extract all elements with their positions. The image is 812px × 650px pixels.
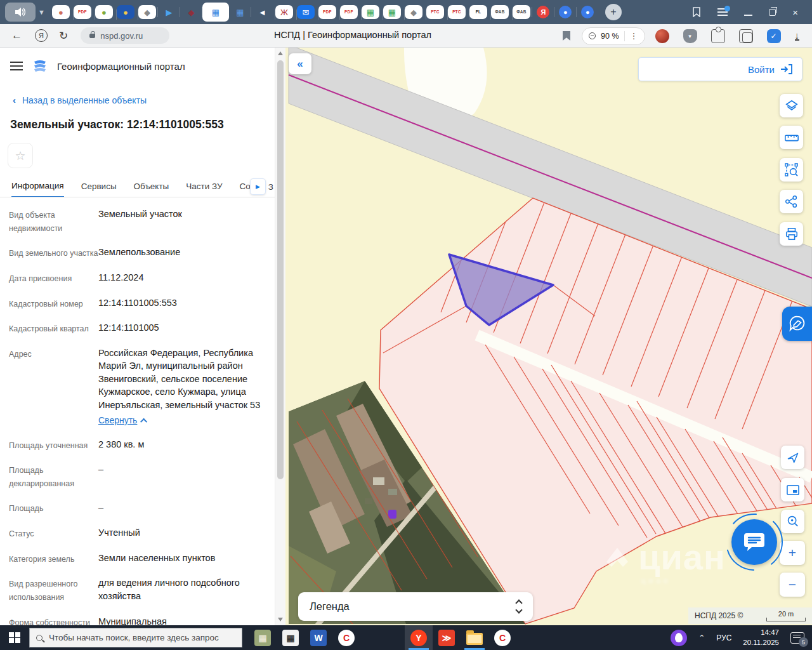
bookmarks-panel-icon[interactable] [692,7,701,17]
yandex-home-icon[interactable]: Я [35,29,48,42]
taskbar-app-yandex-browser[interactable]: Y [405,625,433,650]
browser-tab-map-green-1[interactable]: ▦ [362,5,379,19]
zoom-out-button[interactable]: − [780,573,805,597]
language-indicator[interactable]: РУС [716,633,731,642]
panel-scrollbar[interactable] [275,48,285,625]
new-tab-button[interactable]: + [605,4,622,20]
taskbar-search-input[interactable]: Чтобы начать поиск, введите здесь запрос [29,628,242,647]
field-value: 2 380 кв. м [98,438,266,453]
address-collapse-link[interactable]: Свернуть [98,415,147,427]
browser-tab-rts-2[interactable]: РТС [448,5,466,19]
browser-tab-pdf-1[interactable]: PDF [74,5,91,19]
more-options-icon[interactable]: ⋮ [630,31,638,41]
browser-tab-emblem-eagle-1[interactable]: ◆ [138,5,156,19]
refresh-button[interactable]: ↻ [59,29,68,43]
extensions-puzzle-icon[interactable] [711,29,725,43]
start-button[interactable] [0,625,29,650]
notification-center-icon[interactable]: 5 [790,632,804,644]
scroll-down-arrow[interactable] [278,618,283,621]
window-close-button[interactable]: × [792,7,798,18]
back-button[interactable]: ← [11,29,22,42]
measure-button[interactable] [780,126,803,149]
browser-tab-yandex-arrow[interactable]: ▶ [158,3,180,22]
tab-information[interactable]: Информация [11,181,64,197]
clock[interactable]: 14:47 20.11.2025 [743,628,779,647]
zoom-out-lens-icon[interactable] [589,32,596,39]
tray-expand-chevron-icon[interactable]: ⌃ [698,633,705,642]
login-button[interactable]: Войти [638,57,802,81]
downloads-icon[interactable]: ↓ [795,31,800,41]
hamburger-menu-icon[interactable] [10,62,23,70]
map-canvas[interactable]: « Войти + − [285,48,812,625]
browser-tab-fab-2[interactable]: ФАВ [513,5,530,19]
browser-tab-mail-blue[interactable]: ✉ [297,5,315,19]
collapse-panel-button[interactable]: « [289,53,311,74]
taskbar-app-red-arrows[interactable]: ≫ [433,625,461,650]
zoom-control[interactable]: 90 % ⋮ [582,27,645,45]
tab-objects[interactable]: Объекты [134,182,169,197]
legend-bar[interactable]: Легенда [298,592,533,621]
taskbar-app-maps-app[interactable]: ▦ [249,625,277,650]
chat-assistant[interactable] [724,512,785,573]
info-row: Категория земельЗемли населенных пунктов [9,552,266,566]
login-arrow-icon [780,64,793,74]
tab-services[interactable]: Сервисы [81,182,117,197]
browser-tab-fab-1[interactable]: ФАВ [491,5,509,19]
tab-groups-icon[interactable] [739,29,753,43]
window-maximize-button[interactable] [769,9,776,16]
browser-tab-rts-1[interactable]: РТС [426,5,444,19]
browser-tab-doc-red[interactable]: ● [52,5,70,19]
taskbar-app-corel-2[interactable]: C [488,625,516,650]
chat-button[interactable] [731,519,777,565]
yandex-ya-icon: Я [537,6,549,18]
alice-assistant-icon[interactable] [671,630,687,646]
taskbar-app-word[interactable]: W [304,625,332,650]
browser-tab-yandex-ya[interactable]: Я [532,3,554,22]
url-text: nspd.gov.ru [100,31,143,41]
browser-tab-pdf-3[interactable]: PDF [340,5,358,19]
bookmark-icon[interactable] [563,31,570,41]
browser-tab-blue-dot-1[interactable]: ● [554,3,577,22]
print-button[interactable] [780,222,803,246]
browser-tab-map-green-2[interactable]: ▦ [383,5,401,19]
tabs-scroll-right-button[interactable]: ▶ [250,178,266,195]
my-location-button[interactable] [781,446,804,469]
tab-audio-active[interactable] [5,3,36,22]
favorite-star-button[interactable]: ☆ [8,143,33,168]
scroll-up-arrow[interactable] [278,51,283,55]
window-minimize-button[interactable] [744,9,752,16]
browser-tab-doc-blue-active[interactable]: ▦ [202,3,229,22]
legend-expand-icon[interactable] [516,600,521,613]
browser-tab-emblem-eagle-2[interactable]: ◆ [405,5,422,19]
minimap-button[interactable] [781,478,804,501]
browser-tab-pdf-2[interactable]: PDF [318,5,336,19]
browser-tab-fl[interactable]: FL [469,5,487,19]
taskbar-app-corel-1[interactable]: C [332,625,360,650]
layers-button[interactable] [780,94,803,117]
browser-tab-emblem-red[interactable]: Ж [275,5,293,19]
feedback-widget-button[interactable] [782,307,812,341]
area-select-button[interactable] [780,158,803,182]
tab-parcel-parts[interactable]: Части ЗУ [186,182,222,197]
browser-tab-shield-blue[interactable]: ● [117,5,134,19]
tab-dropdown-chevron-icon[interactable]: ▼ [38,8,45,16]
taskbar-app-calculator[interactable]: ▦ [277,625,304,650]
share-button[interactable] [780,190,803,213]
taskbar-app-explorer[interactable] [461,625,488,650]
scrollbar-thumb[interactable] [277,60,284,479]
back-to-selected-link[interactable]: ‹ Назад в выделенные объекты [0,81,275,105]
extension-orb-icon[interactable] [655,29,669,43]
browser-tab-table-blue[interactable]: ▦ [229,3,251,22]
sync-check-icon[interactable]: ✓ [767,29,781,43]
portal-header: Геоинформационный портал [0,48,275,81]
browser-tab-emblem-green[interactable]: ● [95,5,113,19]
url-field[interactable]: nspd.gov.ru [81,27,169,44]
rts-2-icon: РТС [452,10,461,15]
browser-tab-speaker-small[interactable]: ◄ [251,3,273,22]
browser-menu-icon[interactable] [717,8,728,16]
extension-pocket-icon[interactable]: ▾ [683,29,697,43]
windows-taskbar: Чтобы начать поиск, введите здесь запрос… [0,625,812,650]
browser-tab-ornament-darkred[interactable]: ◆ [180,3,202,22]
collapse-label: Свернуть [98,415,137,427]
browser-tab-blue-dot-2[interactable]: ● [577,3,599,22]
